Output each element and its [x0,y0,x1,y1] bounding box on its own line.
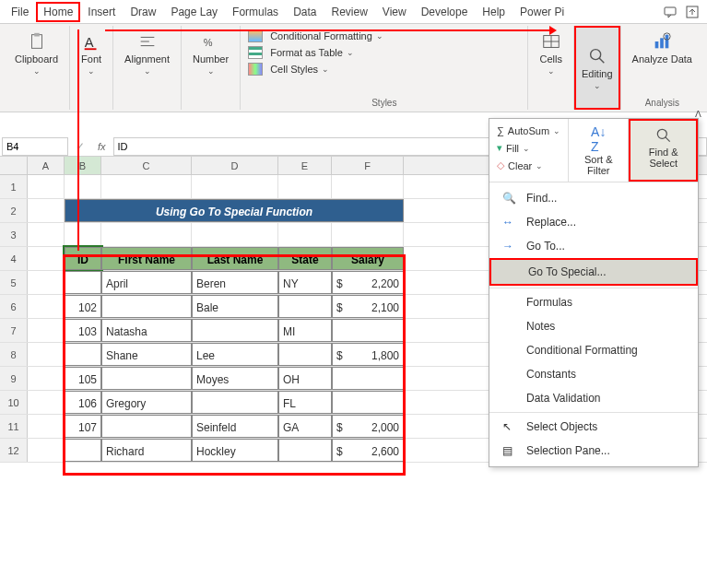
col-header[interactable]: A [28,157,65,174]
cell[interactable] [28,391,65,414]
clipboard-button[interactable]: Clipboard ⌄ [9,28,64,79]
cell[interactable] [28,295,65,318]
tab-review[interactable]: Review [324,2,374,22]
menu-goto[interactable]: →Go To... [489,234,698,258]
cell[interactable] [192,175,278,198]
tab-formulas[interactable]: Formulas [225,2,286,22]
menu-data-validation[interactable]: Data Validation [489,386,698,410]
cell-id[interactable]: 105 [65,367,101,390]
cell[interactable] [28,247,65,270]
row-header[interactable]: 6 [0,295,28,318]
cell-state[interactable] [278,295,332,318]
cell-state[interactable]: FL [278,391,332,414]
fx-icon[interactable]: fx [90,141,113,152]
cell[interactable] [65,175,101,198]
cell-lastname[interactable]: Seinfeld [192,415,278,438]
cell-firstname[interactable]: Gregory [101,391,192,414]
format-as-table[interactable]: Format as Table ⌄ [248,44,520,61]
cell[interactable] [28,199,65,222]
cell[interactable] [28,175,65,198]
row-header[interactable]: 5 [0,271,28,294]
clear-button[interactable]: ◇ Clear ⌄ [497,157,560,174]
cell[interactable] [101,175,192,198]
cell-id[interactable]: 107 [65,415,101,438]
menu-select-objects[interactable]: ↖Select Objects [489,415,698,439]
row-header[interactable]: 9 [0,367,28,390]
cell-salary[interactable]: $1,800 [332,343,404,366]
cell-lastname[interactable]: Bale [192,295,278,318]
row-header[interactable]: 7 [0,319,28,342]
name-box[interactable] [2,137,68,156]
share-icon[interactable] [685,5,700,19]
number-button[interactable]: % Number ⌄ [187,28,234,79]
cell[interactable] [278,175,332,198]
cell[interactable] [28,271,65,294]
row-header[interactable]: 8 [0,343,28,366]
col-header[interactable]: D [192,157,278,174]
table-header[interactable]: First Name [101,247,192,270]
menu-selection-pane[interactable]: ▤Selection Pane... [489,439,698,463]
cell-state[interactable]: GA [278,415,332,438]
row-header[interactable]: 4 [0,247,28,270]
cell[interactable] [28,343,65,366]
tab-insert[interactable]: Insert [80,2,123,22]
cell-id[interactable]: 102 [65,295,101,318]
analyze-data-button[interactable]: Analyze Data [627,28,698,68]
row-header[interactable]: 2 [0,199,28,222]
cell-salary[interactable]: $2,100 [332,295,404,318]
cell-salary[interactable] [332,319,404,342]
cell-firstname[interactable] [101,367,192,390]
cell-state[interactable] [278,343,332,366]
cell-styles[interactable]: Cell Styles ⌄ [248,61,520,77]
col-header[interactable]: C [101,157,192,174]
row-header[interactable]: 3 [0,223,28,246]
cell-id[interactable]: 103 [65,319,101,342]
col-header[interactable]: F [332,157,404,174]
cell-lastname[interactable] [192,391,278,414]
cell[interactable] [28,415,65,438]
font-button[interactable]: A Font ⌄ [76,28,107,79]
cell-firstname[interactable] [101,295,192,318]
cell[interactable] [65,223,101,246]
cell-lastname[interactable]: Lee [192,343,278,366]
cell-firstname[interactable]: Natasha [101,319,192,342]
cell-state[interactable]: NY [278,271,332,294]
title-cell[interactable]: Using Go To Special Function [65,199,404,222]
cell-id[interactable] [65,439,101,462]
cell-salary[interactable] [332,367,404,390]
row-header[interactable]: 11 [0,415,28,438]
cell-firstname[interactable] [101,415,192,438]
menu-cond-format[interactable]: Conditional Formatting [489,338,698,362]
cell-state[interactable]: OH [278,367,332,390]
menu-goto-special[interactable]: Go To Special... [489,258,698,286]
cell-lastname[interactable] [192,319,278,342]
cell[interactable] [101,223,192,246]
cell-state[interactable]: MI [278,319,332,342]
cell-id[interactable] [65,271,101,294]
comments-icon[interactable] [663,5,678,19]
menu-constants[interactable]: Constants [489,362,698,386]
tab-pagelayout[interactable]: Page Lay [163,2,225,22]
cell[interactable] [28,319,65,342]
menu-formulas[interactable]: Formulas [489,290,698,314]
row-header[interactable]: 12 [0,439,28,462]
cell-salary[interactable] [332,391,404,414]
table-header[interactable]: Salary [332,247,404,270]
row-header[interactable]: 1 [0,175,28,198]
cell-lastname[interactable]: Hockley [192,439,278,462]
menu-find[interactable]: 🔍Find... [489,186,698,210]
sort-filter-button[interactable]: A↓Z Sort & Filter [569,119,629,182]
table-header[interactable]: State [278,247,332,270]
row-header[interactable]: 10 [0,391,28,414]
cell-state[interactable] [278,439,332,462]
cell[interactable] [28,439,65,462]
cell-salary[interactable]: $2,000 [332,415,404,438]
cell[interactable] [28,367,65,390]
cell-salary[interactable]: $2,600 [332,439,404,462]
select-all-corner[interactable] [0,157,28,174]
cell[interactable] [332,223,404,246]
cell[interactable] [278,223,332,246]
tab-help[interactable]: Help [475,2,513,22]
editing-button[interactable]: Editing ⌄ [574,26,620,110]
cell-firstname[interactable]: Shane [101,343,192,366]
